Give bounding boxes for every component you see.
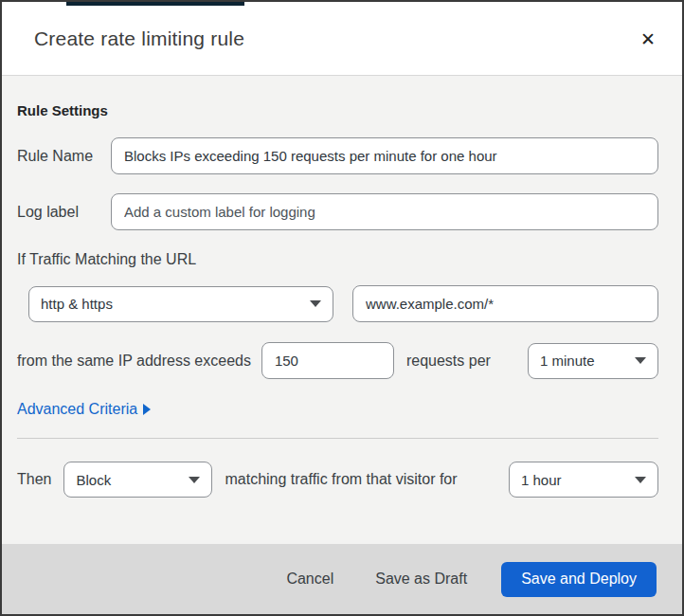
- rule-settings-heading: Rule Settings: [17, 102, 658, 118]
- action-select[interactable]: Block: [63, 462, 212, 498]
- chevron-down-icon: [635, 357, 646, 364]
- cancel-button[interactable]: Cancel: [277, 563, 343, 595]
- log-label-input[interactable]: [111, 193, 658, 230]
- period-select[interactable]: 1 minute: [528, 343, 658, 379]
- traffic-matching-heading: If Traffic Matching the URL: [17, 251, 658, 268]
- action-select-value: Block: [76, 472, 111, 488]
- log-label-label: Log label: [17, 204, 111, 221]
- requests-per-label: requests per: [406, 353, 491, 370]
- chevron-down-icon: [635, 477, 646, 483]
- advanced-criteria-label: Advanced Criteria: [17, 401, 137, 418]
- url-match-row: http & https: [17, 285, 658, 322]
- background-page-strip: [66, 2, 244, 6]
- dialog-header: Create rate limiting rule ✕: [2, 2, 682, 76]
- section-divider: [17, 438, 658, 439]
- chevron-down-icon: [310, 300, 321, 307]
- page-title: Create rate limiting rule: [34, 27, 244, 50]
- threshold-row: from the same IP address exceeds request…: [17, 342, 658, 379]
- url-pattern-input[interactable]: [352, 285, 658, 322]
- matching-traffic-label: matching traffic from that visitor for: [225, 471, 457, 488]
- dialog-body: Rule Settings Rule Name Log label If Tra…: [2, 76, 682, 544]
- rule-name-row: Rule Name: [17, 137, 658, 174]
- save-and-deploy-button[interactable]: Save and Deploy: [501, 562, 657, 597]
- period-select-value: 1 minute: [540, 353, 595, 369]
- then-action-row: Then Block matching traffic from that vi…: [17, 462, 658, 498]
- url-input-wrap: [352, 285, 658, 322]
- duration-select-value: 1 hour: [521, 472, 562, 488]
- rule-name-input[interactable]: [111, 137, 658, 174]
- threshold-input-wrap: [261, 342, 394, 379]
- threshold-prefix-label: from the same IP address exceeds: [17, 353, 251, 370]
- create-rate-limiting-rule-dialog: Create rate limiting rule ✕ Rule Setting…: [0, 0, 684, 616]
- dialog-footer: Cancel Save as Draft Save and Deploy: [2, 544, 682, 614]
- request-count-input[interactable]: [261, 342, 394, 379]
- then-label: Then: [17, 471, 51, 488]
- chevron-down-icon: [189, 477, 200, 483]
- close-icon[interactable]: ✕: [635, 26, 661, 52]
- save-as-draft-button[interactable]: Save as Draft: [366, 563, 477, 595]
- advanced-criteria-link[interactable]: Advanced Criteria: [17, 401, 151, 418]
- rule-name-label: Rule Name: [17, 148, 111, 165]
- duration-select[interactable]: 1 hour: [509, 462, 658, 498]
- scheme-select[interactable]: http & https: [28, 286, 333, 322]
- arrow-right-icon: [143, 404, 151, 415]
- scheme-select-value: http & https: [41, 296, 113, 312]
- log-label-row: Log label: [17, 193, 658, 230]
